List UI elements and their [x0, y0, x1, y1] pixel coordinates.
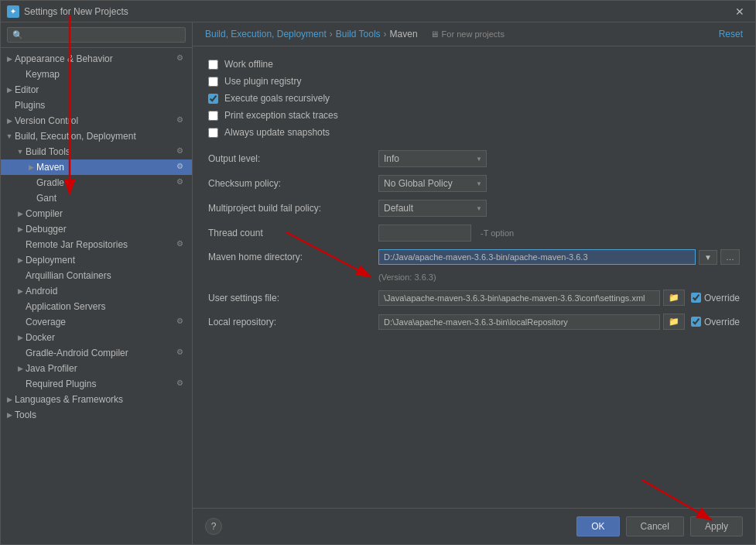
maven-home-label: Maven home directory:	[208, 252, 378, 262]
sidebar-item-arquillian[interactable]: Arquillian Containers	[1, 268, 192, 283]
apply-button[interactable]: Apply	[690, 516, 743, 536]
sidebar-item-coverage[interactable]: Coverage ⚙	[1, 314, 192, 330]
sidebar-item-android[interactable]: ▶ Android	[1, 283, 192, 299]
arrow-icon: ▶	[15, 287, 26, 295]
arrow-icon: ▶	[26, 163, 36, 171]
version-text: (Version: 3.6.3)	[208, 272, 740, 282]
always-update-checkbox[interactable]	[208, 128, 218, 138]
maven-home-control: ▼ …	[378, 249, 740, 265]
sidebar-item-compiler[interactable]: ▶ Compiler	[1, 206, 192, 221]
execute-goals-row: Execute goals recursively	[208, 93, 740, 104]
output-level-dropdown[interactable]: Info Debug Warning Error	[378, 150, 487, 167]
user-settings-override-checkbox[interactable]	[691, 293, 701, 303]
window-title: Settings for New Projects	[24, 6, 730, 17]
work-offline-checkbox[interactable]	[208, 60, 218, 70]
arrow-icon: ▼	[15, 148, 26, 156]
multiproject-row: Multiproject build fail policy: Default …	[208, 200, 740, 217]
user-settings-browse-btn[interactable]: 📁	[663, 290, 685, 306]
reset-button[interactable]: Reset	[719, 29, 743, 39]
thread-count-control: -T option	[378, 225, 740, 242]
thread-count-input[interactable]	[378, 225, 471, 242]
sidebar: ▶ Appearance & Behavior ⚙ Keymap ▶ Edito…	[1, 22, 193, 544]
arrow-icon: ▼	[4, 132, 15, 140]
sidebar-item-tools[interactable]: ▶ Tools	[1, 407, 192, 423]
local-repo-row: Local repository: 📁 Override	[208, 314, 740, 330]
help-button[interactable]: ?	[205, 518, 222, 535]
checksum-policy-dropdown[interactable]: No Global Policy Warn Fail	[378, 175, 487, 192]
sidebar-item-java-profiler[interactable]: ▶ Java Profiler	[1, 361, 192, 376]
user-settings-label: User settings file:	[208, 293, 378, 303]
local-repo-override-checkbox[interactable]	[691, 317, 701, 327]
sidebar-item-editor[interactable]: ▶ Editor	[1, 82, 192, 98]
execute-goals-checkbox[interactable]	[208, 94, 218, 104]
user-settings-override-label: Override	[704, 293, 740, 303]
arrow-icon: ▶	[4, 411, 15, 419]
local-repo-input[interactable]	[378, 314, 660, 330]
always-update-label: Always update snapshots	[224, 127, 330, 138]
for-new-projects: 🖥 For new projects	[430, 29, 505, 39]
breadcrumb-sep-1: ›	[330, 29, 333, 39]
use-plugin-registry-label: Use plugin registry	[224, 76, 301, 87]
maven-home-row: Maven home directory: ▼ …	[208, 249, 740, 265]
sidebar-item-languages-frameworks[interactable]: ▶ Languages & Frameworks	[1, 392, 192, 407]
main-panel: Build, Execution, Deployment › Build Too…	[193, 22, 755, 544]
use-plugin-registry-checkbox[interactable]	[208, 77, 218, 87]
local-repo-control: 📁 Override	[378, 314, 740, 330]
sidebar-item-appearance-behavior[interactable]: ▶ Appearance & Behavior ⚙	[1, 51, 192, 67]
user-settings-row: User settings file: 📁 Override	[208, 290, 740, 306]
output-level-row: Output level: Info Debug Warning Error	[208, 150, 740, 167]
sidebar-item-gradle[interactable]: Gradle ⚙	[1, 175, 192, 190]
search-input[interactable]	[7, 27, 186, 43]
checksum-policy-control: No Global Policy Warn Fail	[378, 175, 740, 192]
maven-home-browse-btn[interactable]: …	[720, 249, 740, 265]
breadcrumb-build[interactable]: Build, Execution, Deployment	[205, 29, 327, 39]
sidebar-item-application-servers[interactable]: Application Servers	[1, 299, 192, 314]
arrow-icon: ▶	[4, 86, 15, 94]
arrow-icon: ▶	[4, 396, 15, 403]
local-repo-browse-btn[interactable]: 📁	[663, 314, 685, 330]
ok-button[interactable]: OK	[576, 516, 619, 536]
sidebar-item-remote-jar-repos[interactable]: Remote Jar Repositories ⚙	[1, 237, 192, 252]
arrow-icon: ▶	[15, 210, 26, 218]
user-settings-control: 📁 Override	[378, 290, 740, 306]
sidebar-item-maven[interactable]: ▶ Maven ⚙	[1, 159, 192, 175]
maven-home-dropdown-btn[interactable]: ▼	[699, 250, 717, 265]
sidebar-item-keymap[interactable]: Keymap	[1, 67, 192, 82]
arrow-icon: ▶	[15, 365, 26, 372]
multiproject-dropdown[interactable]: Default Always Never	[378, 200, 487, 217]
checksum-policy-row: Checksum policy: No Global Policy Warn F…	[208, 175, 740, 192]
sidebar-item-gradle-android[interactable]: Gradle-Android Compiler ⚙	[1, 345, 192, 361]
sidebar-item-gant[interactable]: Gant	[1, 190, 192, 206]
t-option-label: -T option	[481, 228, 514, 238]
user-settings-override-wrapper: Override	[691, 293, 740, 303]
local-repo-label: Local repository:	[208, 317, 378, 327]
gear-icon: ⚙	[176, 317, 187, 327]
breadcrumb-build-tools[interactable]: Build Tools	[336, 29, 381, 39]
breadcrumb: Build, Execution, Deployment › Build Too…	[205, 29, 418, 39]
settings-window: ✦ Settings for New Projects ✕ ▶ Appearan…	[0, 0, 756, 545]
cancel-button[interactable]: Cancel	[626, 516, 684, 536]
gear-icon: ⚙	[176, 177, 187, 188]
sidebar-item-plugins[interactable]: Plugins	[1, 98, 192, 113]
panel-content: Work offline Use plugin registry Execute…	[193, 46, 755, 508]
print-exception-label: Print exception stack traces	[224, 110, 338, 121]
sidebar-item-required-plugins[interactable]: Required Plugins ⚙	[1, 376, 192, 392]
sidebar-item-build-tools[interactable]: ▼ Build Tools ⚙	[1, 144, 192, 159]
arrow-icon: ▶	[15, 225, 26, 233]
sidebar-item-deployment[interactable]: ▶ Deployment	[1, 252, 192, 268]
local-repo-override-wrapper: Override	[691, 317, 740, 327]
print-exception-checkbox[interactable]	[208, 111, 218, 121]
close-button[interactable]: ✕	[730, 4, 749, 19]
execute-goals-label: Execute goals recursively	[224, 93, 330, 104]
breadcrumb-maven: Maven	[390, 29, 418, 39]
arrow-icon: ▶	[4, 55, 15, 63]
sidebar-item-debugger[interactable]: ▶ Debugger	[1, 221, 192, 237]
sidebar-item-build-execution[interactable]: ▼ Build, Execution, Deployment	[1, 129, 192, 144]
user-settings-input[interactable]	[378, 290, 660, 306]
maven-home-input[interactable]	[378, 249, 696, 265]
gear-icon: ⚙	[176, 162, 187, 173]
sidebar-item-docker[interactable]: ▶ Docker	[1, 330, 192, 345]
thread-count-label: Thread count	[208, 228, 378, 238]
sidebar-item-version-control[interactable]: ▶ Version Control ⚙	[1, 113, 192, 129]
app-icon: ✦	[7, 5, 19, 18]
